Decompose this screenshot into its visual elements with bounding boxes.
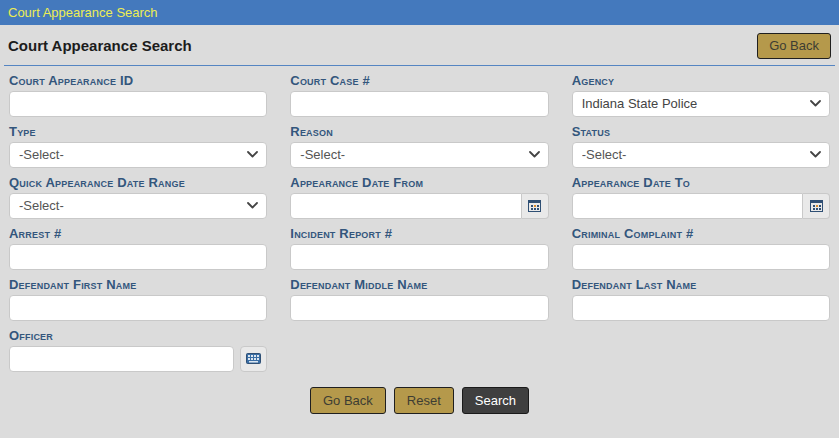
field-appearance-date-to: Appearance Date To (572, 175, 830, 219)
type-select[interactable]: -Select- (9, 142, 267, 168)
field-defendant-last-name: Defendant Last Name (572, 277, 830, 321)
go-back-button-bottom[interactable]: Go Back (310, 387, 386, 415)
incident-report-number-label: Incident Report # (290, 226, 548, 241)
defendant-middle-name-input[interactable] (290, 295, 548, 321)
appearance-date-to-calendar-button[interactable] (803, 193, 830, 219)
quick-appearance-date-range-select[interactable]: -Select- (9, 193, 267, 219)
field-arrest-number: Arrest # (9, 226, 267, 270)
grid-spacer (290, 328, 548, 372)
field-status: Status -Select- (572, 124, 830, 168)
search-form: Court Appearance ID Court Case # Agency … (0, 66, 839, 372)
reset-button[interactable]: Reset (394, 387, 454, 415)
court-case-number-label: Court Case # (290, 73, 548, 88)
status-label: Status (572, 124, 830, 139)
defendant-last-name-label: Defendant Last Name (572, 277, 830, 292)
go-back-button-top[interactable]: Go Back (757, 33, 831, 59)
field-court-appearance-id: Court Appearance ID (9, 73, 267, 117)
page-header: Court Appearance Search Go Back (0, 25, 839, 65)
appearance-date-to-label: Appearance Date To (572, 175, 830, 190)
agency-label: Agency (572, 73, 830, 88)
criminal-complaint-number-input[interactable] (572, 244, 830, 270)
court-appearance-id-input[interactable] (9, 91, 267, 117)
reason-label: Reason (290, 124, 548, 139)
calendar-icon (810, 199, 823, 212)
appearance-date-to-input[interactable] (572, 193, 803, 219)
page-title: Court Appearance Search (8, 37, 192, 54)
officer-input[interactable] (9, 346, 234, 372)
footer-actions: Go Back Reset Search (0, 387, 839, 415)
defendant-first-name-label: Defendant First Name (9, 277, 267, 292)
title-bar-text: Court Appearance Search (8, 5, 158, 20)
field-quick-appearance-date-range: Quick Appearance Date Range -Select- (9, 175, 267, 219)
field-agency: Agency Indiana State Police (572, 73, 830, 117)
officer-lookup-button[interactable] (240, 346, 267, 372)
field-defendant-first-name: Defendant First Name (9, 277, 267, 321)
field-reason: Reason -Select- (290, 124, 548, 168)
arrest-number-label: Arrest # (9, 226, 267, 241)
field-defendant-middle-name: Defendant Middle Name (290, 277, 548, 321)
defendant-last-name-input[interactable] (572, 295, 830, 321)
court-case-number-input[interactable] (290, 91, 548, 117)
field-court-case-number: Court Case # (290, 73, 548, 117)
type-label: Type (9, 124, 267, 139)
defendant-first-name-input[interactable] (9, 295, 267, 321)
agency-select[interactable]: Indiana State Police (572, 91, 830, 117)
court-appearance-id-label: Court Appearance ID (9, 73, 267, 88)
field-appearance-date-from: Appearance Date From (290, 175, 548, 219)
status-select[interactable]: -Select- (572, 142, 830, 168)
search-button[interactable]: Search (462, 387, 529, 415)
quick-appearance-date-range-label: Quick Appearance Date Range (9, 175, 267, 190)
field-type: Type -Select- (9, 124, 267, 168)
calendar-icon (528, 199, 541, 212)
defendant-middle-name-label: Defendant Middle Name (290, 277, 548, 292)
appearance-date-from-calendar-button[interactable] (522, 193, 549, 219)
appearance-date-from-label: Appearance Date From (290, 175, 548, 190)
field-criminal-complaint-number: Criminal Complaint # (572, 226, 830, 270)
officer-label: Officer (9, 328, 267, 343)
appearance-date-from-input[interactable] (290, 193, 521, 219)
reason-select[interactable]: -Select- (290, 142, 548, 168)
incident-report-number-input[interactable] (290, 244, 548, 270)
title-bar: Court Appearance Search (0, 0, 839, 25)
grid-spacer (572, 328, 830, 372)
field-officer: Officer (9, 328, 267, 372)
arrest-number-input[interactable] (9, 244, 267, 270)
keyboard-icon (246, 353, 261, 364)
criminal-complaint-number-label: Criminal Complaint # (572, 226, 830, 241)
field-incident-report-number: Incident Report # (290, 226, 548, 270)
